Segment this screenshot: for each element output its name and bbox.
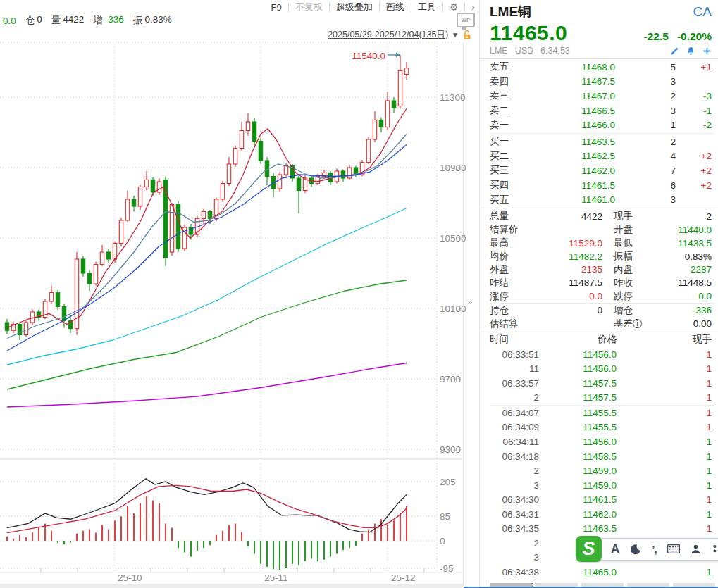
trade-time: 06:34:07 xyxy=(490,408,539,418)
trade-row: 06:34:1811458.51 xyxy=(490,449,714,464)
ask-levels: 卖五11468.05+1卖四11467.53卖三11467.02-3卖二1146… xyxy=(490,60,714,134)
tools-button[interactable]: 工具 xyxy=(418,1,436,13)
stat-row: 结算价开盘11440.0 xyxy=(490,223,714,237)
toolbar-divider xyxy=(288,3,289,12)
wp-widget-icon[interactable]: WP xyxy=(457,13,475,27)
trade-row: 211457.51 xyxy=(490,391,714,406)
book-price: 11466.0 xyxy=(524,120,615,130)
instrument-code: CA xyxy=(693,4,712,20)
svg-text:25-10: 25-10 xyxy=(118,573,142,583)
ime-language-icon[interactable]: A xyxy=(611,542,619,556)
bid-row[interactable]: 买三11462.07+2 xyxy=(490,163,714,178)
bid-levels: 买一11463.52买二11462.54+2买三11462.07+2买四1146… xyxy=(490,134,714,207)
ime-user-icon[interactable] xyxy=(691,544,701,554)
unlock-icon[interactable] xyxy=(462,30,472,40)
stat-label: 现手 xyxy=(605,210,657,223)
stat-label: 涨停 xyxy=(490,290,533,303)
book-vol: 4 xyxy=(615,151,676,161)
panel-expand-arrow[interactable]: » xyxy=(467,296,478,309)
trade-price: 11455.5 xyxy=(539,422,617,432)
amplitude-value: 0.83% xyxy=(144,14,171,27)
trade-price: 11456.0 xyxy=(539,437,617,447)
trade-price: 11462.0 xyxy=(539,509,617,520)
chevron-down-icon[interactable]: ▼ xyxy=(452,31,459,39)
chart-toolbar: F9 不复权 超级叠加 画线 工具 ⚙ › xyxy=(267,0,475,14)
book-lbl: 买三 xyxy=(490,164,524,177)
book-price: 11468.0 xyxy=(524,62,615,73)
book-price: 11466.5 xyxy=(524,106,615,116)
book-price: 11463.5 xyxy=(524,137,615,147)
alert-bell-icon[interactable] xyxy=(686,46,695,56)
ime-toolbar: S A ’, xyxy=(576,536,718,562)
f9-button[interactable]: F9 xyxy=(271,2,282,13)
ask-row[interactable]: 卖二11466.53-1 xyxy=(490,104,714,118)
chart-pane: F9 不复权 超级叠加 画线 工具 ⚙ › 0.0 仓0 量4422 增-336… xyxy=(0,0,479,588)
ime-strip: A ’, xyxy=(599,538,718,561)
book-chg: -2 xyxy=(676,120,714,130)
stat-label: 最高 xyxy=(490,237,533,249)
ime-keyboard-icon[interactable] xyxy=(667,544,680,553)
no-adjust-button[interactable]: 不复权 xyxy=(295,1,323,13)
trade-price: 11456.0 xyxy=(539,363,617,374)
amplitude-label: 振 xyxy=(133,14,143,27)
svg-text:9700: 9700 xyxy=(440,374,461,384)
svg-text:85: 85 xyxy=(440,511,450,522)
draw-line-button[interactable]: 画线 xyxy=(386,1,404,13)
ask-row[interactable]: 卖三11467.02-3 xyxy=(490,89,714,104)
svg-text:11300: 11300 xyxy=(440,92,466,103)
trade-row: 06:33:5111456.01 xyxy=(490,347,714,362)
ask-row[interactable]: 卖四11467.53 xyxy=(490,75,714,89)
trade-price: 11461.5 xyxy=(539,494,617,505)
trade-qty: 1 xyxy=(617,523,714,534)
bid-row[interactable]: 买一11463.52 xyxy=(490,135,714,149)
trade-row: 311459.01 xyxy=(490,478,714,493)
stat-row: 最高11529.0最低11433.5 xyxy=(490,237,714,250)
candlestick-chart[interactable]: 113001090010500101009700930025-1025-1125… xyxy=(0,0,479,588)
gear-icon[interactable]: ⚙ xyxy=(450,1,459,13)
stat-row: 外盘2135内盘2287 xyxy=(490,263,714,277)
stat-label: 内盘 xyxy=(605,263,657,276)
ime-menu-grid-icon[interactable] xyxy=(712,544,718,554)
book-lbl: 买四 xyxy=(490,179,524,192)
trade-qty: 1 xyxy=(617,363,714,374)
book-chg: +2 xyxy=(676,151,714,161)
tape-qty-header: 现手 xyxy=(617,333,714,346)
edit-pencil-icon[interactable] xyxy=(670,46,679,56)
book-lbl: 买二 xyxy=(490,150,524,163)
ime-moon-icon[interactable] xyxy=(630,544,641,555)
trade-time: 06:34:18 xyxy=(490,451,539,462)
book-lbl: 卖四 xyxy=(490,75,524,88)
stat-label: 持仓 xyxy=(490,304,533,317)
stat-value: 2287 xyxy=(657,264,714,275)
add-plus-icon[interactable] xyxy=(702,46,712,56)
trade-price: 11457.5 xyxy=(539,392,617,403)
book-lbl: 买五 xyxy=(490,194,524,206)
book-vol: 5 xyxy=(615,62,676,73)
trade-qty: 1 xyxy=(617,509,714,520)
book-vol: 7 xyxy=(615,165,676,176)
ask-row[interactable]: 卖一11466.01-2 xyxy=(490,118,714,132)
chevron-right-icon[interactable]: › xyxy=(471,1,475,13)
ask-row[interactable]: 卖五11468.05+1 xyxy=(490,60,714,75)
trade-qty: 1 xyxy=(617,392,714,403)
trade-row: 06:33:5711457.51 xyxy=(490,376,714,391)
toolbar-divider xyxy=(329,3,330,12)
trade-time: 06:34:35 xyxy=(490,523,539,534)
book-chg: -3 xyxy=(676,91,714,101)
book-lbl: 卖一 xyxy=(490,119,524,132)
ime-punctuation-icon[interactable]: ’, xyxy=(652,543,656,555)
stat-label: 昨结 xyxy=(490,277,533,289)
indicator-info-line: 0.0 仓0 量4422 增-336 振0.83% xyxy=(3,13,172,27)
bid-row[interactable]: 买二11462.54+2 xyxy=(490,149,714,164)
toolbar-divider xyxy=(464,3,465,12)
date-range-selector[interactable]: 2025/05/29-2025/12/04(135日) xyxy=(328,29,448,41)
trade-qty: 1 xyxy=(617,349,714,360)
trade-time: 06:34:09 xyxy=(490,422,539,432)
bid-row[interactable]: 买五11461.03 xyxy=(490,192,714,207)
svg-text:10500: 10500 xyxy=(440,233,466,244)
ime-logo-icon[interactable]: S xyxy=(576,536,602,562)
trade-qty: 1 xyxy=(617,480,714,491)
bid-row[interactable]: 买四11461.56+2 xyxy=(490,178,714,193)
super-overlay-button[interactable]: 超级叠加 xyxy=(336,1,373,13)
svg-text:25-11: 25-11 xyxy=(264,573,288,583)
